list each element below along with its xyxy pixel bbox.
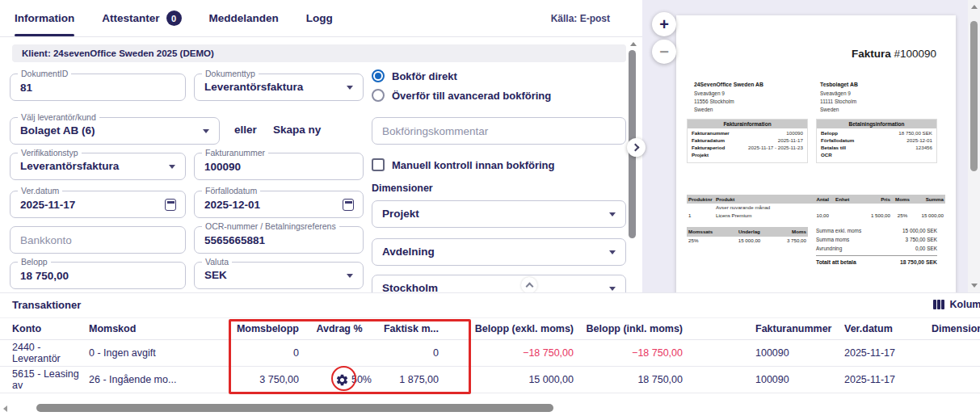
preview-scrollbar-thumb[interactable] [970,21,978,171]
tab-bar: Information Attestanter 0 Meddelanden Lo… [0,0,642,37]
chevron-down-icon [347,274,353,278]
collapse-panel-button[interactable] [521,277,537,292]
dimension-stockholm-value: Stockholm [382,282,438,292]
transactions-title: Transaktioner [12,299,81,311]
calendar-icon[interactable] [343,199,354,211]
manuell-kontroll-label: Manuell kontroll innan bokföring [392,159,555,171]
bankkonto-input[interactable] [11,227,185,253]
invoice-info-box: Fakturainformation Fakturanummer100090 F… [687,119,808,163]
document-form-panel: Information Attestanter 0 Meddelanden Lo… [0,0,642,292]
zoom-in-button[interactable]: + [652,12,676,36]
skapa-ny-link[interactable]: Skapa ny [273,124,321,136]
chevron-down-icon [203,129,209,133]
minus-icon: − [659,43,669,61]
columns-button[interactable]: Kolumner [933,299,980,310]
ocr-field[interactable]: OCR-nummer / Betalningsreferens [194,226,364,254]
belopp-field[interactable]: Belopp [10,262,186,289]
leverantor-value: Bolaget AB (6) [20,124,95,137]
dimension-projekt-value: Projekt [382,208,419,220]
chevron-down-icon [609,250,616,254]
dimension-avdelning-value: Avdelning [382,246,435,258]
dokumenttyp-label: Dokumenttyp [202,69,259,78]
source-label: Källa: E-post [551,13,610,24]
tab-logg-label: Logg [306,12,333,24]
fakturanummer-label: Fakturanummer [202,148,268,158]
eller-text: eller [234,124,257,136]
product-note: Avser nuvarande månad [716,204,805,211]
bokforingskommentar-input[interactable] [372,118,625,144]
verifikationstyp-value: Leverantörsfaktura [20,160,119,172]
radio-unselected-icon [372,89,385,102]
tab-information[interactable]: Information [15,0,74,36]
avdrag-value: 50% [351,374,372,385]
bokfor-direkt-label: Bokför direkt [392,70,457,82]
checkbox-icon [372,158,385,171]
radio-selected-icon [372,69,385,82]
leverantor-select[interactable]: Välj leverantör/kund Bolaget AB (6) [10,117,220,145]
invoice-title: Faktura #100090 [852,48,936,60]
valuta-value: SEK [204,269,227,281]
client-bar: Klient: 24sevenOffice Sweden 2025 (DEMO) [12,44,626,62]
transactions-header-row: Konto Momskod Momsbelopp Avdrag % Faktis… [0,317,980,340]
scroll-up-arrow-icon[interactable] [630,42,637,46]
manuell-kontroll-checkbox[interactable]: Manuell kontroll innan bokföring [372,158,555,171]
preview-scrollbar[interactable] [968,0,980,292]
scroll-up-arrow-icon[interactable] [971,5,978,9]
attestanter-count-badge: 0 [166,11,182,26]
chevron-down-icon [347,86,353,90]
overfor-avancerad-label: Överför till avancerad bokföring [392,90,551,102]
verdatum-field[interactable]: Ver.datum [10,191,186,218]
verdatum-label: Ver.datum [18,186,62,195]
table-row[interactable]: 2440 - Leverantör 0 - Ingen avgift 0 0 −… [0,340,980,367]
zoom-out-button[interactable]: − [652,40,676,64]
invoice-recipient-address: Tesbolaget AB Sveavägen 9 11111 Stocholm… [820,81,858,114]
horizontal-scrollbar[interactable] [0,403,980,413]
invoice-title-word: Faktura [852,48,891,60]
verifikationstyp-select[interactable]: Verifikationstyp Leverantörsfaktura [10,153,186,180]
dokumentid-field[interactable]: DokumentID [10,74,186,101]
calendar-icon[interactable] [165,199,176,211]
expand-panel-button[interactable] [627,138,646,157]
dimension-projekt-select[interactable]: Projekt [372,200,626,228]
leverantor-label: Välj leverantör/kund [18,112,99,122]
payment-info-box: Betalningsinformation Belopp18 750,00 SE… [816,119,937,163]
tab-logg[interactable]: Logg [306,0,333,36]
columns-button-label: Kolumner [950,299,980,310]
tab-meddelanden-label: Meddelanden [209,12,279,24]
forfallodatum-label: Förfallodatum [202,186,260,195]
chevron-down-icon [169,165,175,169]
tab-attestanter-label: Attestanter [102,12,159,24]
dokumenttyp-value: Leverantörsfaktura [204,81,303,93]
invoice-products-table: Produktnr Produkt Antal Enhet Pris Moms … [687,195,945,219]
scroll-down-arrow-icon[interactable] [971,284,978,288]
table-row[interactable]: 5615 - Leasing av 26 - Ingående mo... 3 … [0,367,980,393]
fakturanummer-field[interactable]: Fakturanummer [194,153,364,180]
transactions-panel: Transaktioner Kolumner Konto Momskod Mom… [0,292,980,416]
tab-information-label: Information [15,12,74,24]
plus-icon: + [659,15,669,34]
product-row: 1 Licens Premium 10,00 1 500,00 25% 15 0… [687,212,945,219]
invoice-number: #100090 [894,48,936,60]
chevron-right-icon [632,144,640,152]
tab-attestanter[interactable]: Attestanter 0 [102,0,181,36]
columns-icon [933,300,944,309]
dimension-stockholm-select[interactable]: Stockholm [372,275,626,292]
dokumentid-label: DokumentID [18,69,71,78]
belopp-label: Belopp [18,257,51,267]
bankkonto-field[interactable] [10,226,186,254]
ocr-label: OCR-nummer / Betalningsreferens [202,221,339,231]
scroll-left-arrow-icon[interactable] [3,405,7,412]
chevron-up-icon [525,283,533,291]
gear-icon[interactable] [335,373,349,387]
invoice-page: Faktura #100090 24SevenOffice Sweden AB … [676,15,956,292]
valuta-select[interactable]: Valuta SEK [194,262,364,289]
dimension-avdelning-select[interactable]: Avdelning [372,238,626,266]
transactions-table: Konto Momskod Momsbelopp Avdrag % Faktis… [0,317,980,393]
overfor-avancerad-radio[interactable]: Överför till avancerad bokföring [372,89,551,102]
bokfor-direkt-radio[interactable]: Bokför direkt [372,69,457,82]
forfallodatum-field[interactable]: Förfallodatum [194,191,364,218]
horizontal-scrollbar-thumb[interactable] [36,404,553,412]
tab-meddelanden[interactable]: Meddelanden [209,0,279,36]
bokforingskommentar-field[interactable] [372,117,626,145]
dokumenttyp-select[interactable]: Dokumenttyp Leverantörsfaktura [194,74,364,101]
